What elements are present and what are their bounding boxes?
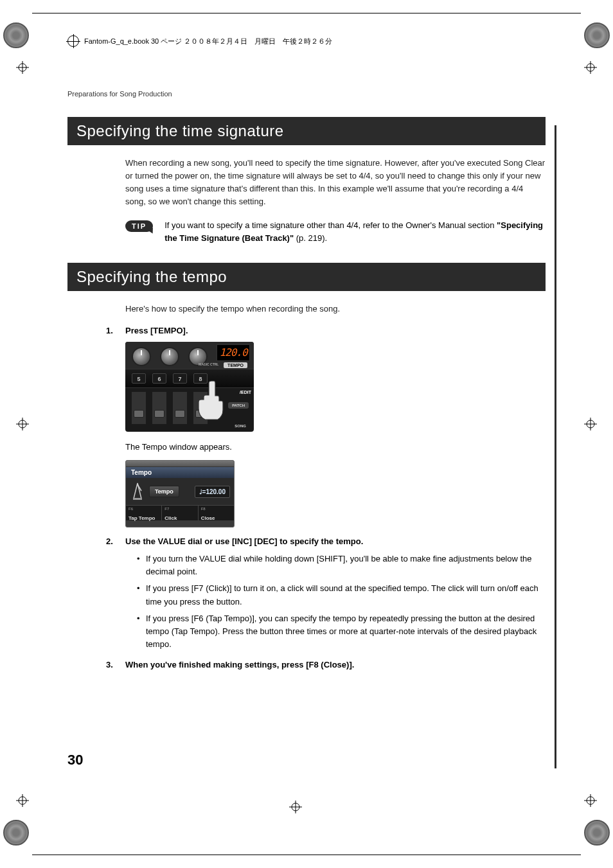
step-2-title: Use the VALUE dial or use [INC] [DEC] to… <box>125 536 546 546</box>
tip-text-post: (p. 219). <box>294 233 327 243</box>
breadcrumb: Preparations for Song Production <box>67 90 546 98</box>
metronome-icon <box>130 482 145 501</box>
tip-text-pre: If you want to specify a time signature … <box>164 220 497 230</box>
crop-mark-icon <box>584 794 597 807</box>
number-row: 5 6 7 8 <box>125 369 254 388</box>
header-meta: Fantom-G_q_e.book 30 ページ ２００８年２月４日 月曜日 午… <box>67 35 332 47</box>
tempo-window-titlebar <box>126 461 234 467</box>
crop-mark-icon <box>16 794 29 807</box>
tip-callout: TIP If you want to specify a time signat… <box>125 219 546 245</box>
crop-mark-icon <box>16 418 29 430</box>
tempo-window-header: Tempo <box>126 467 234 478</box>
step-list: 1. Press [TEMPO]. 120.0 TEMPO MAGIC CTRL <box>67 326 546 669</box>
page: Fantom-G_q_e.book 30 ページ ２００８年２月４日 月曜日 午… <box>0 0 613 868</box>
fkey-f8: F8 Close <box>199 506 234 520</box>
section2-intro: Here's how to specify the tempo when rec… <box>125 303 546 315</box>
step-3: 3. When you've finished making settings,… <box>67 660 546 669</box>
tempo-button-label: TEMPO <box>224 362 247 368</box>
step-2: 2. Use the VALUE dial or use [INC] [DEC]… <box>67 536 546 651</box>
knob-icon <box>160 347 179 366</box>
figure-tempo-window: Tempo Tempo ♩=120.00 <box>125 460 546 527</box>
magic-ctrl-label: MAGIC CTRL <box>199 362 218 366</box>
tip-text: If you want to specify a time signature … <box>164 219 546 245</box>
fkey-number: F6 <box>129 507 159 511</box>
step-2-bullets: If you turn the VALUE dial while holding… <box>125 553 546 651</box>
svg-rect-1 <box>133 498 142 500</box>
bullet-item: If you press [F6 (Tap Tempo)], you can s… <box>137 612 546 651</box>
step-1-after-figure: The Tempo window appears. <box>125 441 546 454</box>
figure-hardware-panel: 120.0 TEMPO MAGIC CTRL 5 6 7 8 <box>125 342 546 432</box>
crop-mark-icon <box>289 801 302 813</box>
hardware-panel-illustration: 120.0 TEMPO MAGIC CTRL 5 6 7 8 <box>125 342 254 432</box>
bullet-item: If you turn the VALUE dial while holding… <box>137 553 546 578</box>
tempo-window-footer: F6 Tap Tempo F7 Click F8 Close <box>126 505 234 520</box>
header-meta-text: Fantom-G_q_e.book 30 ページ ２００８年２月４日 月曜日 午… <box>84 37 332 46</box>
side-tab-marker <box>555 125 556 768</box>
step-1-title: Press [TEMPO]. <box>125 326 546 335</box>
slider-row <box>125 388 254 429</box>
crop-mark-icon <box>584 418 597 430</box>
tempo-window-body: Tempo ♩=120.00 <box>126 478 234 505</box>
song-label: SONG <box>235 424 246 428</box>
tempo-display: 120.0 <box>217 344 250 361</box>
section-header-tempo: Specifying the tempo <box>67 263 546 291</box>
knob-icon <box>132 347 151 366</box>
content-area: Preparations for Song Production Specify… <box>67 90 546 678</box>
registration-mark-icon <box>67 35 79 47</box>
pad-number: 5 <box>132 373 146 384</box>
fkey-f6: F6 Tap Tempo <box>126 506 162 520</box>
pad-number: 7 <box>173 373 187 384</box>
crop-mark-icon <box>16 61 29 74</box>
step-3-number: 3. <box>106 660 113 669</box>
section-header-time-signature: Specifying the time signature <box>67 117 546 145</box>
patch-label: PATCH <box>228 402 249 409</box>
crop-decoration-icon <box>3 22 29 48</box>
tempo-field-value: ♩=120.00 <box>195 486 230 498</box>
crop-decoration-icon <box>584 22 610 48</box>
fkey-label: Tap Tempo <box>129 515 155 521</box>
tip-badge: TIP <box>125 220 153 232</box>
tempo-field-label: Tempo <box>149 486 179 497</box>
slider-icon <box>132 392 146 424</box>
tempo-window-illustration: Tempo Tempo ♩=120.00 <box>125 460 235 527</box>
crop-decoration-icon <box>584 820 610 846</box>
page-number: 30 <box>67 752 83 768</box>
edit-label: /EDIT <box>240 390 251 394</box>
crop-decoration-icon <box>3 820 29 846</box>
step-1: 1. Press [TEMPO]. 120.0 TEMPO MAGIC CTRL <box>67 326 546 527</box>
pointing-hand-icon <box>192 378 231 423</box>
slider-icon <box>173 392 187 424</box>
fkey-number: F7 <box>164 507 195 511</box>
fkey-label: Click <box>164 515 177 521</box>
slider-icon <box>152 392 166 424</box>
step-1-number: 1. <box>106 326 113 335</box>
fkey-label: Close <box>201 515 215 521</box>
fkey-number: F8 <box>201 507 231 511</box>
pad-number: 6 <box>152 373 166 384</box>
crop-mark-icon <box>584 61 597 74</box>
bullet-item: If you press [F7 (Click)] to turn it on,… <box>137 582 546 608</box>
section1-body: When recording a new song, you'll need t… <box>125 157 546 209</box>
step-2-number: 2. <box>106 536 113 546</box>
fkey-f7: F7 Click <box>162 506 198 520</box>
step-3-title: When you've finished making settings, pr… <box>125 660 546 669</box>
